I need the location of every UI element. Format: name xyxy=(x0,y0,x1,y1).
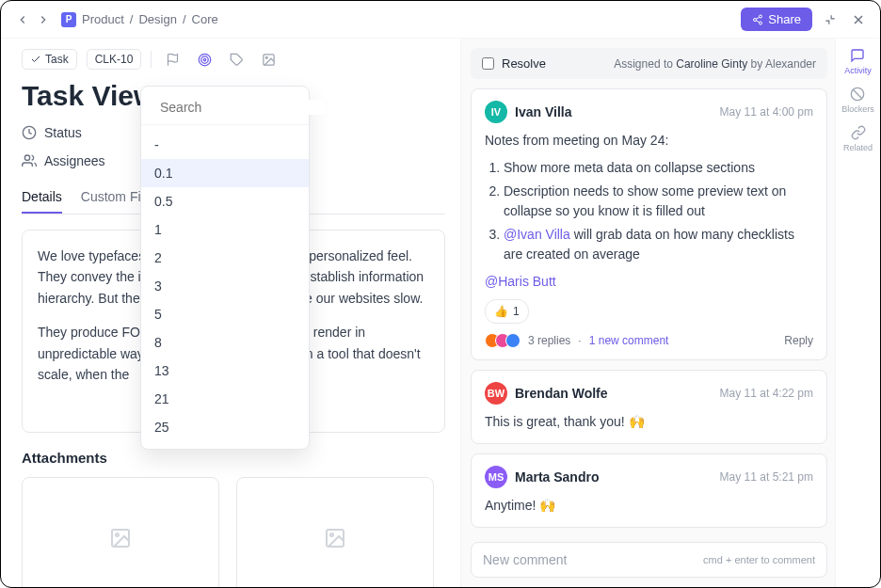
resolve-label: Resolve xyxy=(502,56,546,71)
assignees-icon xyxy=(22,153,37,168)
avatar: BW xyxy=(485,382,507,405)
flag-icon[interactable] xyxy=(161,48,184,71)
nav-forward-button[interactable] xyxy=(33,9,54,30)
check-icon xyxy=(30,54,41,65)
shortcut-hint: cmd + enter to comment xyxy=(703,554,815,565)
attachment-placeholder[interactable] xyxy=(22,477,219,587)
points-dropdown: - 0.1 0.5 1 2 3 5 8 13 21 25 xyxy=(140,86,310,450)
dropdown-search-input[interactable] xyxy=(160,100,325,115)
dropdown-item[interactable]: 13 xyxy=(141,357,309,385)
svg-point-0 xyxy=(760,15,762,18)
svg-point-19 xyxy=(330,533,333,536)
resolve-checkbox[interactable] xyxy=(482,57,494,70)
comment-author: Brendan Wolfe xyxy=(515,386,608,401)
tab-details[interactable]: Details xyxy=(22,182,62,214)
breadcrumb-item[interactable]: Product xyxy=(82,12,124,26)
status-icon xyxy=(22,125,37,140)
dropdown-item[interactable]: 1 xyxy=(141,215,309,244)
reaction-button[interactable]: 👍1 xyxy=(485,299,529,324)
comment-author: Marta Sandro xyxy=(515,469,599,485)
task-id-chip[interactable]: CLK-10 xyxy=(87,49,142,70)
avatar: MS xyxy=(485,466,507,488)
comment: BW Brendan Wolfe May 11 at 4:22 pm This … xyxy=(471,370,827,444)
svg-line-3 xyxy=(757,17,761,19)
sidebar-tab-blockers[interactable]: Blockers xyxy=(841,87,874,114)
dropdown-item[interactable]: 8 xyxy=(141,328,309,357)
target-icon[interactable] xyxy=(193,48,216,71)
replies-count[interactable]: 3 replies xyxy=(528,334,570,347)
mention[interactable]: @Ivan Villa xyxy=(504,227,570,242)
collapse-icon[interactable] xyxy=(820,9,841,30)
svg-point-17 xyxy=(116,533,119,536)
reply-button[interactable]: Reply xyxy=(784,334,813,347)
svg-point-13 xyxy=(265,56,267,58)
tab-custom-fields[interactable]: Custom Fie xyxy=(81,182,149,214)
dropdown-item[interactable]: 25 xyxy=(141,413,309,441)
breadcrumb-item[interactable]: Core xyxy=(192,12,218,26)
reply-avatars xyxy=(485,333,521,348)
svg-point-10 xyxy=(203,58,206,61)
new-comment-input[interactable]: New comment cmd + enter to comment xyxy=(471,542,827,578)
svg-point-1 xyxy=(754,18,757,21)
project-icon: P xyxy=(61,12,76,27)
comment-author: Ivan Villa xyxy=(515,104,571,119)
share-icon xyxy=(752,14,763,25)
blocker-icon xyxy=(850,87,865,102)
tag-icon[interactable] xyxy=(225,48,248,71)
breadcrumb-item[interactable]: Design xyxy=(138,12,176,26)
dropdown-item[interactable]: 0.1 xyxy=(141,159,309,187)
dropdown-item[interactable]: 0.5 xyxy=(141,187,309,215)
comment-time: May 11 at 5:21 pm xyxy=(720,470,813,484)
attachments-title: Attachments xyxy=(22,450,445,466)
attachment-placeholder[interactable] xyxy=(236,477,434,587)
comment-time: May 11 at 4:22 pm xyxy=(720,387,813,400)
task-type-chip[interactable]: Task xyxy=(22,49,77,70)
new-comment-link[interactable]: 1 new comment xyxy=(589,334,669,347)
svg-line-4 xyxy=(757,20,761,22)
dropdown-item[interactable]: 3 xyxy=(141,272,309,300)
comment-time: May 11 at 4:00 pm xyxy=(720,105,813,119)
dropdown-item[interactable]: - xyxy=(141,131,309,159)
breadcrumb[interactable]: P Product / Design / Core xyxy=(61,12,218,27)
svg-line-23 xyxy=(854,89,862,98)
svg-point-2 xyxy=(760,22,762,24)
sidebar-tab-related[interactable]: Related xyxy=(843,125,873,152)
close-button[interactable] xyxy=(848,9,869,30)
link-icon xyxy=(851,125,866,140)
image-icon xyxy=(109,527,132,549)
avatar: IV xyxy=(485,101,507,123)
dropdown-item[interactable]: 2 xyxy=(141,244,309,272)
nav-back-button[interactable] xyxy=(12,9,33,30)
dropdown-item[interactable]: 21 xyxy=(141,385,309,413)
sidebar-tab-activity[interactable]: Activity xyxy=(844,48,872,75)
assigned-text: Assigned to Caroline Ginty by Alexander xyxy=(614,57,816,71)
image-icon xyxy=(324,527,346,549)
comment-body: This is great, thank you! 🙌 xyxy=(485,412,813,432)
comment-icon xyxy=(850,48,865,63)
dropdown-item[interactable]: 5 xyxy=(141,300,309,328)
comment: MS Marta Sandro May 11 at 5:21 pm Anytim… xyxy=(471,453,827,528)
image-icon[interactable] xyxy=(257,48,280,71)
resolve-bar: Resolve Assigned to Caroline Ginty by Al… xyxy=(471,48,827,79)
svg-point-9 xyxy=(201,56,209,63)
mention[interactable]: @Haris Butt xyxy=(485,272,813,292)
share-button[interactable]: Share xyxy=(741,8,812,31)
svg-point-15 xyxy=(24,155,29,160)
comment-body: Anytime! 🙌 xyxy=(485,496,813,516)
comment: IV Ivan Villa May 11 at 4:00 pm Notes fr… xyxy=(471,88,827,360)
comment-body: Notes from meeting on May 24: Show more … xyxy=(485,131,813,324)
